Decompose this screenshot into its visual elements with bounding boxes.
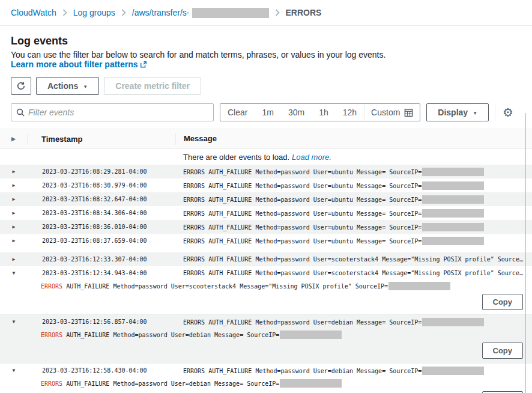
time-custom-button[interactable]: Custom [364,104,420,121]
table-header: ▶ Timestamp Message [0,129,532,149]
redacted-value [280,331,342,339]
settings-gear-button[interactable]: ⚙ [501,106,515,118]
log-event-row[interactable]: ▼2023-03-23T16:12:56.857-04:00ERRORS AUT… [0,315,532,329]
event-message-text: ERRORS AUTH_FAILURE Method=password User… [183,270,523,276]
event-timestamp: 2023-03-23T16:12:56.857-04:00 [28,318,175,325]
expand-toggle-icon[interactable]: ▶ [0,183,28,188]
external-link-icon [140,61,147,68]
time-12h-button[interactable]: 12h [336,104,364,121]
redacted-value [422,367,484,375]
event-message: ERRORS AUTH_FAILURE Method=password User… [175,367,532,375]
learn-more-link[interactable]: Learn more about filter patterns [11,59,147,69]
event-detail: ERRORS AUTH_FAILURE Method=password User… [0,329,532,340]
event-detail-error-label: ERRORS [41,380,62,387]
event-timestamp: 2023-03-23T16:08:32.647-04:00 [28,196,175,203]
load-more-link[interactable]: Load more. [292,153,331,162]
event-message: ERRORS AUTH_FAILURE Method=password User… [175,181,532,190]
collapse-toggle-icon[interactable]: ▼ [0,368,28,373]
event-message: ERRORS AUTH_FAILURE Method=password User… [175,209,532,218]
event-message-text: ERRORS AUTH_FAILURE Method=password User… [183,210,422,217]
expand-toggle-icon[interactable]: ▶ [0,224,28,230]
event-message: ERRORS AUTH_FAILURE Method=password User… [175,168,532,176]
event-message: ERRORS AUTH_FAILURE Method=password User… [175,318,532,326]
event-timestamp: 2023-03-23T16:12:34.943-04:00 [28,270,175,276]
event-message-text: ERRORS AUTH_FAILURE Method=password User… [183,183,422,189]
event-message: ERRORS AUTH_FAILURE Method=password User… [175,256,532,263]
expand-toggle-icon[interactable]: ▶ [0,196,28,202]
copy-button[interactable]: Copy [482,343,524,359]
log-event-row-expanded: ▼2023-03-23T16:12:58.430-04:00ERRORS AUT… [0,364,532,393]
event-detail-text: AUTH_FAILURE Method=password User=scoote… [62,283,388,290]
vertical-scrollbar[interactable] [525,113,526,393]
filter-bar: Clear 1m 30m 1h 12h Custom Displ [11,103,521,121]
event-message-text: ERRORS AUTH_FAILURE Method=password User… [183,196,422,203]
event-message-text: ERRORS AUTH_FAILURE Method=password User… [183,169,422,175]
description-text: You can use the filter bar below to sear… [11,50,385,59]
breadcrumb-cloudwatch[interactable]: CloudWatch [11,8,56,17]
copy-button-row: Copy [0,291,532,311]
redacted-value [422,209,484,218]
expand-toggle-icon[interactable]: ▶ [0,210,28,216]
expand-toggle-icon[interactable]: ▶ [0,169,28,174]
event-message-text: ERRORS AUTH_FAILURE Method=password User… [183,224,422,231]
search-input[interactable] [28,108,208,117]
redacted-value [422,181,484,190]
refresh-button[interactable] [11,77,31,95]
learn-more-text: Learn more about filter patterns [11,59,138,69]
event-timestamp: 2023-03-23T16:08:29.281-04:00 [28,168,175,175]
log-event-row[interactable]: ▶2023-03-23T16:08:37.659-04:00ERRORS AUT… [0,234,532,248]
actions-button[interactable]: Actions ▼ [36,77,99,95]
redacted-value [422,237,484,245]
log-events-table: ▶ Timestamp Message There are older even… [0,129,532,393]
chevron-down-icon: ▼ [473,111,477,116]
log-event-row[interactable]: ▶2023-03-23T16:08:30.979-04:00ERRORS AUT… [0,178,532,192]
actions-label: Actions [47,81,78,91]
event-detail-text: AUTH_FAILURE Method=password User=debian… [62,332,279,338]
log-event-row[interactable]: ▶2023-03-23T16:12:33.307-04:00ERRORS AUT… [0,252,532,266]
event-message: ERRORS AUTH_FAILURE Method=password User… [175,237,532,245]
log-event-row[interactable]: ▶2023-03-23T16:08:34.306-04:00ERRORS AUT… [0,206,532,220]
time-range-control: Clear 1m 30m 1h 12h Custom [220,103,420,121]
log-event-row[interactable]: ▼2023-03-23T16:12:58.430-04:00ERRORS AUT… [0,364,532,377]
redacted-value [280,379,342,388]
event-message: ERRORS AUTH_FAILURE Method=password User… [175,195,532,204]
expand-toggle-icon[interactable]: ▶ [0,257,28,262]
event-detail-error-label: ERRORS [41,283,62,290]
time-clear-button[interactable]: Clear [220,104,255,121]
breadcrumb-log-groups[interactable]: Log groups [73,8,115,17]
row-group-spacer [0,248,532,252]
display-button[interactable]: Display ▼ [426,103,489,121]
log-event-row[interactable]: ▼2023-03-23T16:12:34.943-04:00ERRORS AUT… [0,266,532,280]
time-1h-button[interactable]: 1h [312,104,336,121]
breadcrumb-log-group-name[interactable]: /aws/transfer/s- [132,8,269,18]
event-detail: ERRORS AUTH_FAILURE Method=password User… [0,280,532,291]
redacted-value [422,168,484,176]
page-title: Log events [11,35,521,47]
copy-button[interactable]: Copy [482,294,524,310]
expand-toggle-icon[interactable]: ▶ [0,238,28,243]
log-event-row[interactable]: ▶2023-03-23T16:08:29.281-04:00ERRORS AUT… [0,165,532,178]
event-timestamp: 2023-03-23T16:08:36.010-04:00 [28,224,175,230]
collapse-toggle-icon[interactable]: ▼ [0,270,28,276]
time-30m-button[interactable]: 30m [281,104,312,121]
custom-label: Custom [371,108,400,117]
log-rows: ▶2023-03-23T16:08:29.281-04:00ERRORS AUT… [0,165,532,393]
copy-button-row: Copy [0,340,532,360]
filter-events-search[interactable] [11,103,214,121]
collapse-toggle-icon[interactable]: ▼ [0,319,28,324]
log-event-row[interactable]: ▶2023-03-23T16:08:32.647-04:00ERRORS AUT… [0,192,532,206]
log-event-row-expanded: ▼2023-03-23T16:12:56.857-04:00ERRORS AUT… [0,315,532,364]
log-event-row[interactable]: ▶2023-03-23T16:08:36.010-04:00ERRORS AUT… [0,220,532,234]
refresh-icon [16,81,26,91]
log-events-panel-header: Log events You can use the filter bar be… [0,26,532,129]
log-event-row-expanded: ▼2023-03-23T16:12:34.943-04:00ERRORS AUT… [0,266,532,315]
copy-button-row: Copy [0,389,532,393]
event-message-text: ERRORS AUTH_FAILURE Method=password User… [183,319,422,326]
create-metric-filter-button[interactable]: Create metric filter [104,77,201,95]
time-1m-button[interactable]: 1m [255,104,280,121]
event-timestamp: 2023-03-23T16:12:33.307-04:00 [28,256,175,263]
event-detail-text: AUTH_FAILURE Method=password User=debian… [62,380,279,387]
event-timestamp: 2023-03-23T16:08:37.659-04:00 [28,237,175,244]
chevron-right-icon [62,9,67,16]
log-group-name-text: /aws/transfer/s- [132,8,190,17]
